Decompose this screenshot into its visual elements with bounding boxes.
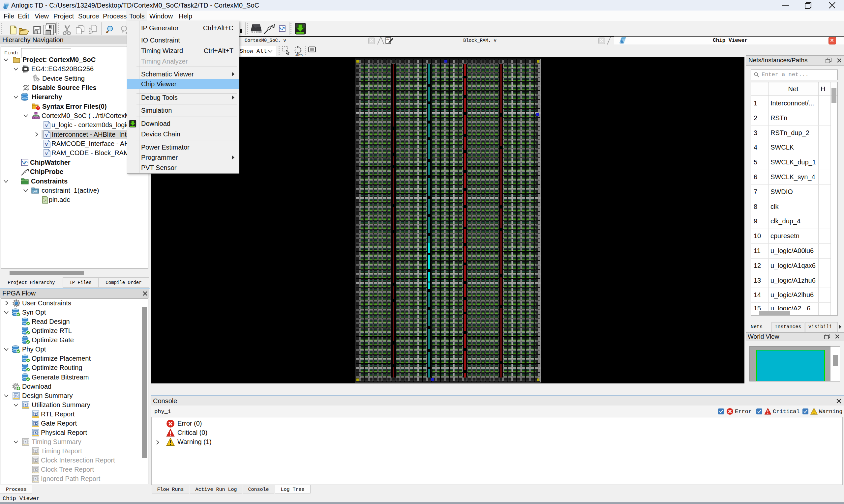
- svg-text:v: v: [45, 142, 48, 147]
- svg-text:Σ: Σ: [24, 402, 28, 408]
- svg-text:s: s: [43, 197, 45, 200]
- svg-text:c: c: [44, 201, 45, 203]
- svg-text:Σ: Σ: [34, 458, 37, 463]
- svg-text:abc: abc: [386, 38, 390, 40]
- svg-text:v: v: [45, 151, 48, 156]
- svg-text:v: v: [45, 132, 48, 138]
- svg-text:Σ: Σ: [34, 449, 37, 454]
- svg-text:v: v: [45, 123, 48, 128]
- svg-text:AUTO: AUTO: [295, 54, 303, 56]
- svg-text:Σ: Σ: [24, 439, 28, 444]
- svg-text:Σ: Σ: [34, 421, 37, 426]
- svg-text:Σ: Σ: [34, 412, 37, 417]
- svg-text:i: i: [45, 199, 47, 201]
- svg-text:Σ: Σ: [15, 393, 18, 398]
- svg-text:Σ: Σ: [34, 476, 37, 481]
- svg-text:Σ: Σ: [34, 430, 37, 435]
- svg-text:Σ: Σ: [34, 467, 37, 472]
